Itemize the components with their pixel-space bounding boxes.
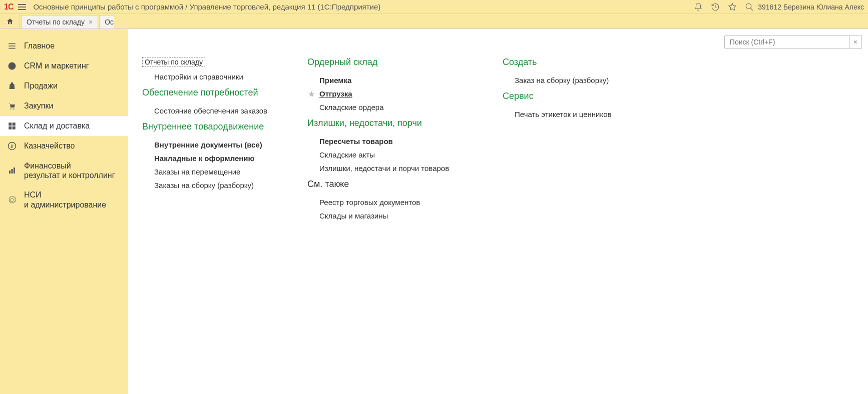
sidebar-item-label: Главное xyxy=(24,41,55,50)
link-create-assembly-order[interactable]: Заказ на сборку (разборку) xyxy=(503,74,643,87)
sidebar-item-treasury[interactable]: ₽ Казначейство xyxy=(0,136,128,156)
list-icon xyxy=(7,41,17,51)
svg-rect-3 xyxy=(9,48,16,49)
clear-search-button[interactable]: × xyxy=(849,35,862,49)
home-tab-button[interactable] xyxy=(0,14,20,28)
svg-rect-6 xyxy=(9,122,12,126)
app-logo: 1С xyxy=(4,2,13,12)
window-title: Основные принципы работы с программой / … xyxy=(33,2,694,11)
link-invoices-pending[interactable]: Накладные к оформлению xyxy=(142,152,282,165)
svg-rect-9 xyxy=(13,126,16,130)
column-2: Ордерный склад Приемка ★ Отгрузка Складс… xyxy=(307,57,478,222)
svg-rect-1 xyxy=(9,44,16,44)
link-receiving[interactable]: Приемка xyxy=(307,74,478,87)
sidebar-item-label: Склад и доставка xyxy=(24,121,90,130)
tabbar: Отчеты по складу × Ос xyxy=(0,14,868,29)
link-shipping[interactable]: ★ Отгрузка xyxy=(307,87,478,100)
sidebar-item-crm[interactable]: CRM и маркетинг xyxy=(0,56,128,76)
tab-warehouse-reports[interactable]: Отчеты по складу × xyxy=(21,15,98,28)
section-service: Сервис xyxy=(503,91,643,102)
star-icon: ★ xyxy=(308,90,315,98)
svg-rect-8 xyxy=(9,126,12,130)
section-needs: Обеспечение потребностей xyxy=(142,88,282,98)
sidebar-item-main[interactable]: Главное xyxy=(0,36,128,56)
svg-rect-12 xyxy=(9,170,11,174)
sidebar: Главное CRM и маркетинг Продажи Закупки … xyxy=(0,29,128,394)
column-1: Отчеты по складу Настройки и справочники… xyxy=(142,57,282,222)
ruble-icon: ₽ xyxy=(7,141,17,151)
cart-icon xyxy=(7,101,17,111)
history-icon[interactable] xyxy=(711,2,720,12)
link-warehouse-acts[interactable]: Складские акты xyxy=(307,148,478,162)
link-assembly-orders[interactable]: Заказы на сборку (разборку) xyxy=(142,178,282,192)
search-icon[interactable] xyxy=(745,2,754,12)
section-internal-movement: Внутреннее товародвижение xyxy=(142,122,282,132)
sidebar-item-warehouse[interactable]: Склад и доставка xyxy=(0,116,128,136)
sidebar-item-nsi[interactable]: НСИ и администрирование xyxy=(0,185,128,214)
link-settings-refs[interactable]: Настройки и справочники xyxy=(142,70,282,84)
sidebar-item-finance[interactable]: Финансовый результат и контроллинг xyxy=(0,156,128,185)
section-create: Создать xyxy=(503,57,643,68)
pie-chart-icon xyxy=(7,61,17,71)
link-transfer-orders[interactable]: Заказы на перемещение xyxy=(142,165,282,178)
link-warehouse-reports[interactable]: Отчеты по складу xyxy=(142,57,205,67)
sidebar-item-label: Финансовый результат и контроллинг xyxy=(24,161,115,180)
link-recounts[interactable]: Пересчеты товаров xyxy=(307,134,478,148)
column-3: Создать Заказ на сборку (разборку) Серви… xyxy=(503,57,643,222)
sidebar-item-purchases[interactable]: Закупки xyxy=(0,96,128,116)
link-stores[interactable]: Склады и магазины xyxy=(307,209,478,222)
bar-chart-icon xyxy=(7,166,17,176)
svg-text:₽: ₽ xyxy=(11,144,14,149)
bag-icon xyxy=(7,81,17,91)
link-surplus-shortage[interactable]: Излишки, недостачи и порчи товаров xyxy=(307,162,478,175)
link-print-labels[interactable]: Печать этикеток и ценников xyxy=(503,108,643,121)
hamburger-icon[interactable] xyxy=(18,4,26,10)
section-surplus: Излишки, недостачи, порчи xyxy=(307,118,478,128)
tab-truncated[interactable]: Ос xyxy=(99,15,114,28)
main-content: × Отчеты по складу Настройки и справочни… xyxy=(128,29,868,394)
svg-rect-2 xyxy=(9,46,16,46)
titlebar: 1С Основные принципы работы с программой… xyxy=(0,0,868,14)
star-icon[interactable] xyxy=(728,2,737,12)
svg-rect-7 xyxy=(13,122,16,126)
close-icon[interactable]: × xyxy=(89,18,93,26)
gear-icon xyxy=(7,195,17,205)
tab-label: Отчеты по складу xyxy=(27,18,85,26)
sidebar-item-label: НСИ и администрирование xyxy=(24,190,106,209)
svg-rect-14 xyxy=(14,168,15,174)
section-order-warehouse: Ордерный склад xyxy=(307,57,478,68)
link-trade-doc-registry[interactable]: Реестр торговых документов xyxy=(307,196,478,209)
user-name[interactable]: 391612 Березина Юлиана Алекс xyxy=(758,3,864,11)
grid-icon xyxy=(7,121,17,131)
tab-label: Ос xyxy=(105,18,114,26)
link-warehouse-orders[interactable]: Складские ордера xyxy=(307,100,478,114)
bell-icon[interactable] xyxy=(694,2,703,12)
sidebar-item-sales[interactable]: Продажи xyxy=(0,76,128,96)
search-input[interactable] xyxy=(724,35,849,49)
sidebar-item-label: Казначейство xyxy=(24,141,75,150)
link-order-state[interactable]: Состояние обеспечения заказов xyxy=(142,104,282,118)
svg-rect-13 xyxy=(12,169,13,174)
sidebar-item-label: CRM и маркетинг xyxy=(24,61,89,70)
svg-point-0 xyxy=(746,4,751,9)
link-internal-docs[interactable]: Внутренние документы (все) xyxy=(142,138,282,152)
section-see-also: См. также xyxy=(307,179,478,190)
svg-point-5 xyxy=(14,108,15,110)
sidebar-item-label: Закупки xyxy=(24,101,53,110)
sidebar-item-label: Продажи xyxy=(24,81,58,90)
svg-point-4 xyxy=(11,108,12,110)
